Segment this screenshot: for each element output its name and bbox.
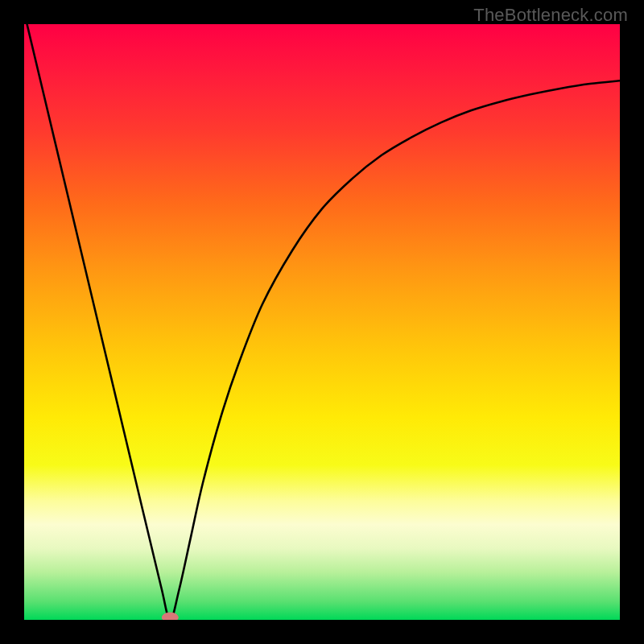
attribution-text: TheBottleneck.com xyxy=(473,5,628,26)
svg-point-0 xyxy=(162,613,178,620)
chart-frame xyxy=(24,24,620,620)
min-marker xyxy=(24,24,620,620)
